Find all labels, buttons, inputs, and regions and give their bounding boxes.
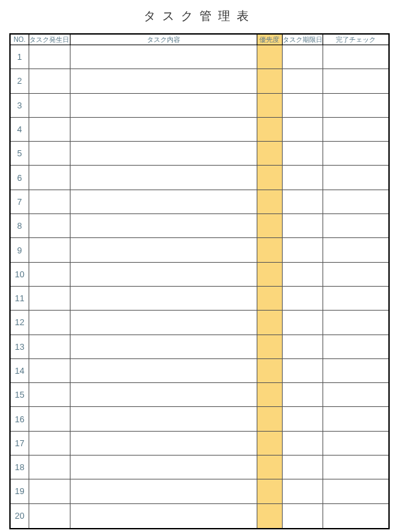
cell-done <box>323 238 388 262</box>
cell-task <box>70 238 257 262</box>
cell-due <box>283 190 324 214</box>
cell-done <box>323 311 388 334</box>
cell-no: 3 <box>11 94 29 118</box>
cell-due <box>283 383 324 407</box>
table-row: 5 <box>11 142 388 166</box>
cell-task <box>70 407 257 431</box>
cell-due <box>283 287 324 311</box>
cell-priority <box>257 335 283 359</box>
cell-task <box>70 383 257 407</box>
cell-created <box>29 118 70 142</box>
table-row: 6 <box>11 166 388 190</box>
cell-priority <box>257 432 283 456</box>
cell-created <box>29 504 70 528</box>
cell-no: 1 <box>11 45 29 69</box>
cell-priority <box>257 287 283 311</box>
cell-due <box>283 94 324 118</box>
cell-no: 9 <box>11 238 29 262</box>
cell-due <box>283 479 324 503</box>
table-row: 19 <box>11 479 388 503</box>
cell-created <box>29 45 70 69</box>
cell-due <box>283 142 324 166</box>
cell-no: 15 <box>11 383 29 407</box>
cell-no: 16 <box>11 407 29 431</box>
table-row: 18 <box>11 456 388 479</box>
cell-done <box>323 190 388 214</box>
col-header-priority: 優先度 <box>257 35 283 45</box>
cell-task <box>70 94 257 118</box>
cell-task <box>70 142 257 166</box>
table-row: 8 <box>11 214 388 238</box>
cell-no: 11 <box>11 287 29 311</box>
cell-done <box>323 142 388 166</box>
cell-task <box>70 166 257 190</box>
table-row: 14 <box>11 359 388 383</box>
cell-created <box>29 335 70 359</box>
cell-done <box>323 383 388 407</box>
cell-no: 2 <box>11 69 29 93</box>
cell-no: 8 <box>11 214 29 238</box>
cell-done <box>323 166 388 190</box>
cell-done <box>323 335 388 359</box>
cell-created <box>29 94 70 118</box>
cell-task <box>70 335 257 359</box>
cell-due <box>283 118 324 142</box>
cell-priority <box>257 238 283 262</box>
cell-done <box>323 407 388 431</box>
cell-task <box>70 45 257 69</box>
cell-done <box>323 432 388 456</box>
table-row: 12 <box>11 311 388 334</box>
cell-created <box>29 142 70 166</box>
cell-created <box>29 479 70 503</box>
cell-task <box>70 359 257 383</box>
cell-due <box>283 407 324 431</box>
cell-priority <box>257 166 283 190</box>
cell-done <box>323 479 388 503</box>
table-row: 4 <box>11 118 388 142</box>
cell-no: 10 <box>11 263 29 287</box>
cell-priority <box>257 359 283 383</box>
cell-priority <box>257 407 283 431</box>
cell-created <box>29 263 70 287</box>
cell-due <box>283 214 324 238</box>
cell-no: 20 <box>11 504 29 528</box>
cell-task <box>70 504 257 528</box>
cell-task <box>70 214 257 238</box>
cell-priority <box>257 142 283 166</box>
cell-created <box>29 407 70 431</box>
cell-no: 17 <box>11 432 29 456</box>
col-header-done: 完了チェック <box>323 35 388 45</box>
cell-priority <box>257 383 283 407</box>
cell-done <box>323 214 388 238</box>
table-row: 1 <box>11 45 388 69</box>
cell-task <box>70 190 257 214</box>
cell-due <box>283 432 324 456</box>
cell-done <box>323 504 388 528</box>
cell-done <box>323 94 388 118</box>
cell-due <box>283 335 324 359</box>
cell-no: 14 <box>11 359 29 383</box>
cell-done <box>323 69 388 93</box>
cell-done <box>323 45 388 69</box>
cell-no: 13 <box>11 335 29 359</box>
task-table: NO. タスク発生日 タスク内容 優先度 タスク期限日 完了チェック 12345… <box>9 33 390 529</box>
table-row: 11 <box>11 287 388 311</box>
table-row: 3 <box>11 94 388 118</box>
cell-priority <box>257 214 283 238</box>
cell-created <box>29 311 70 334</box>
cell-no: 7 <box>11 190 29 214</box>
cell-due <box>283 359 324 383</box>
cell-priority <box>257 45 283 69</box>
table-row: 9 <box>11 238 388 262</box>
table-row: 10 <box>11 263 388 287</box>
col-header-no: NO. <box>11 35 29 45</box>
cell-priority <box>257 456 283 479</box>
cell-created <box>29 190 70 214</box>
table-row: 16 <box>11 407 388 431</box>
col-header-due: タスク期限日 <box>283 35 324 45</box>
cell-done <box>323 287 388 311</box>
cell-no: 4 <box>11 118 29 142</box>
cell-task <box>70 287 257 311</box>
table-row: 15 <box>11 383 388 407</box>
cell-priority <box>257 311 283 334</box>
